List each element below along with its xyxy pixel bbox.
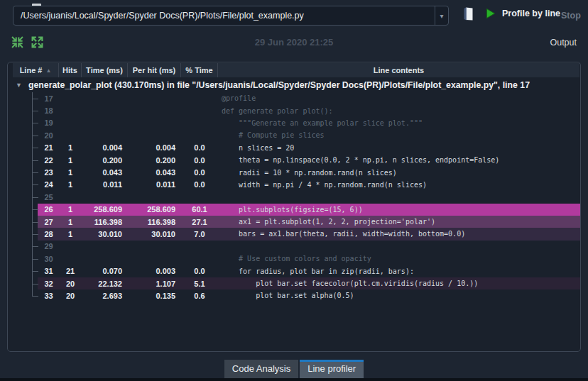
time-cell: 2.693 [82, 292, 128, 300]
line-number: 18 [13, 106, 59, 115]
per-hit-cell: 0.200 [128, 156, 181, 165]
profile-timestamp: 29 Jun 2020 21:25 [0, 37, 588, 48]
line-number: 28 [13, 230, 59, 238]
tab-line-profiler[interactable]: Line profiler [300, 360, 364, 378]
header-pct-time[interactable]: % Time [181, 63, 218, 77]
header-per-hit[interactable]: Per hit (ms) [128, 63, 181, 77]
pct-time-cell: 0.0 [181, 180, 218, 189]
time-cell: 0.200 [82, 156, 128, 165]
table-row[interactable]: 31 21 0.070 0.003 0.0 for radius, plot_b… [8, 265, 580, 277]
function-group-row[interactable]: ▼ generate_polar_plot (430.170ms) in fil… [8, 77, 580, 92]
file-path-combobox[interactable]: /Users/juanis/Local/Spyder/Spyder Docs(P… [13, 6, 449, 26]
highlight-bar [38, 241, 580, 253]
table-row[interactable]: 18 def generate_polar_plot(): [8, 104, 580, 116]
code-cell: plot_bar.set_facecolor(plt.cm.viridis(ra… [218, 280, 580, 287]
code-cell: @profile [218, 94, 580, 102]
code-cell: theta = np.linspace(0.0, 2 * np.pi, n_sl… [218, 156, 580, 164]
hits-cell: 21 [59, 267, 82, 275]
time-cell: 30.010 [82, 230, 128, 238]
hits-cell: 1 [59, 180, 82, 189]
pct-time-cell: 0.0 [181, 168, 218, 177]
pct-time-cell: 27.1 [181, 218, 218, 226]
combobox-dropdown-button[interactable]: ▾ [435, 6, 448, 25]
table-row[interactable]: 17 @profile [8, 92, 580, 104]
table-row[interactable]: 26 1 258.609 258.609 60.1 plt.subplots(f… [8, 204, 580, 216]
table-row[interactable]: 19 """Generate an example polar slice pl… [8, 117, 580, 129]
pane-tabbar: Code Analysis Line profiler [0, 360, 588, 378]
hits-cell: 1 [59, 156, 82, 165]
line-number: 29 [13, 242, 59, 250]
hits-cell: 1 [59, 168, 82, 177]
time-cell: 0.070 [82, 267, 128, 275]
line-number: 33 [13, 292, 59, 300]
per-hit-cell: 0.004 [128, 143, 181, 152]
line-number: 22 [13, 156, 59, 165]
select-file-icon[interactable] [462, 6, 474, 21]
table-row[interactable]: 33 20 2.693 0.135 0.6 plot_bar.set_alpha… [8, 289, 580, 302]
stop-button[interactable]: Stop [561, 11, 581, 21]
chevron-down-icon: ▾ [440, 12, 443, 20]
hits-cell: 20 [59, 280, 82, 288]
table-row[interactable]: 28 1 30.010 30.010 7.0 bars = ax1.bar(th… [8, 228, 580, 240]
per-hit-cell: 30.010 [128, 230, 181, 238]
play-icon [486, 8, 496, 19]
code-cell: # Compute pie slices [218, 131, 580, 139]
line-number: 31 [13, 267, 59, 275]
line-number: 27 [13, 218, 59, 226]
code-cell: width = np.pi / 4 * np.random.rand(n_sli… [218, 181, 580, 189]
output-button[interactable]: Output [550, 38, 577, 48]
line-number: 19 [13, 118, 59, 127]
line-number: 17 [13, 94, 59, 103]
per-hit-cell: 0.135 [128, 292, 181, 300]
sort-ascending-icon: ▲ [45, 67, 51, 74]
table-row[interactable]: 21 1 0.004 0.004 0.0 n_slices = 20 [8, 142, 580, 154]
header-time[interactable]: Time (ms) [82, 63, 128, 77]
table-row[interactable]: 32 20 22.132 1.107 5.1 plot_bar.set_face… [8, 277, 580, 289]
code-cell: bars = ax1.bar(theta, radii, width=width… [218, 230, 580, 238]
pct-time-cell: 5.1 [181, 280, 218, 288]
header-line-number[interactable]: Line # ▲ [13, 63, 59, 77]
per-hit-cell: 1.107 [128, 280, 181, 288]
table-row[interactable]: 23 1 0.043 0.043 0.0 radii = 10 * np.ran… [8, 166, 580, 178]
per-hit-cell: 258.609 [128, 205, 181, 214]
pct-time-cell: 60.1 [181, 205, 218, 214]
pct-time-cell: 0.0 [181, 143, 218, 152]
code-cell: plt.subplots(figsize=(15, 6)) [218, 206, 580, 214]
pct-time-cell: 0.0 [181, 156, 218, 165]
bottom-strip [0, 378, 588, 381]
header-hits[interactable]: Hits [59, 63, 82, 77]
table-row[interactable]: 25 [8, 191, 580, 203]
table-body: 17 @profile 18 def generate_polar_plot()… [8, 92, 580, 302]
line-number: 30 [13, 255, 59, 263]
table-row[interactable]: 24 1 0.011 0.011 0.0 width = np.pi / 4 *… [8, 179, 580, 191]
table-row[interactable]: 29 [8, 241, 580, 253]
table-header-row: Line # ▲ Hits Time (ms) Per hit (ms) % T… [13, 63, 579, 77]
table-row[interactable]: 27 1 116.398 116.398 27.1 ax1 = plt.subp… [8, 216, 580, 228]
profile-by-line-button[interactable]: Profile by line [486, 8, 560, 19]
file-path-value[interactable]: /Users/juanis/Local/Spyder/Spyder Docs(P… [13, 11, 435, 21]
per-hit-cell: 0.043 [128, 168, 181, 177]
pct-time-cell: 0.6 [181, 292, 218, 300]
collapse-triangle-icon[interactable]: ▼ [16, 82, 28, 89]
hits-cell: 1 [59, 143, 82, 152]
hits-cell: 1 [59, 205, 82, 214]
table-row[interactable]: 22 1 0.200 0.200 0.0 theta = np.linspace… [8, 154, 580, 166]
time-cell: 0.011 [82, 180, 128, 189]
code-cell: for radius, plot_bar in zip(radii, bars)… [218, 267, 580, 275]
profile-by-line-label: Profile by line [502, 9, 560, 18]
line-number: 26 [13, 205, 59, 214]
time-cell: 0.004 [82, 143, 128, 152]
pct-time-cell: 7.0 [181, 230, 218, 238]
line-number: 21 [13, 143, 59, 152]
profiler-table: Line # ▲ Hits Time (ms) Per hit (ms) % T… [7, 62, 581, 352]
tab-code-analysis[interactable]: Code Analysis [224, 360, 298, 378]
per-hit-cell: 116.398 [128, 218, 181, 226]
line-number: 23 [13, 168, 59, 177]
table-row[interactable]: 20 # Compute pie slices [8, 129, 580, 141]
table-row[interactable]: 30 # Use custom colors and opacity [8, 253, 580, 265]
code-cell: radii = 10 * np.random.rand(n_slices) [218, 169, 580, 177]
line-number: 20 [13, 131, 59, 140]
time-cell: 258.609 [82, 205, 128, 214]
header-line-contents[interactable]: Line contents [218, 63, 579, 77]
line-number: 25 [13, 193, 59, 201]
